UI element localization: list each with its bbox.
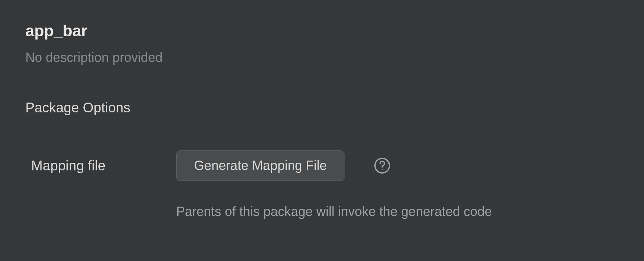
package-description: No description provided [25,50,619,65]
section-divider [140,108,619,108]
section-header: Package Options [25,100,619,116]
generate-mapping-file-button[interactable]: Generate Mapping File [176,150,344,181]
hint-row: Parents of this package will invoke the … [25,204,619,219]
section-title: Package Options [25,100,130,116]
mapping-file-hint: Parents of this package will invoke the … [176,204,619,219]
package-settings-panel: app_bar No description provided Package … [0,0,644,219]
help-icon[interactable] [373,157,391,174]
mapping-file-label: Mapping file [31,158,176,174]
mapping-file-row: Mapping file Generate Mapping File [25,150,619,181]
svg-point-1 [382,169,383,170]
package-title: app_bar [25,22,619,40]
